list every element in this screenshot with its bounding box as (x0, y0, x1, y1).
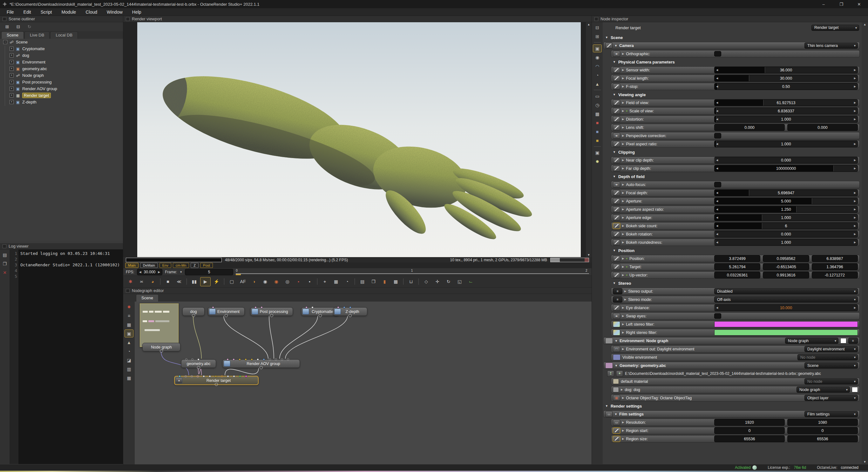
expand-arrow-icon[interactable]: ▶ (622, 192, 624, 194)
outliner-tab-local-db[interactable]: Local DB (50, 31, 78, 39)
tree-item-cryptomatte[interactable]: +▣Cryptomatte (0, 45, 123, 52)
blue-cube-node-icon[interactable]: ■ (593, 128, 602, 136)
param-type-icon[interactable] (613, 419, 620, 425)
aov-tab-z[interactable]: Z (191, 263, 198, 268)
value-field[interactable]: -0.6513405 (763, 264, 809, 270)
ng-snap-icon[interactable]: ▥ (125, 365, 133, 373)
material-ball-icon[interactable]: ◉ (271, 277, 281, 286)
slider-decrease-icon[interactable]: ◀ (716, 75, 718, 81)
expand-arrow-icon[interactable]: ▶ (622, 274, 624, 276)
expand-arrow-icon[interactable]: ▶ (622, 85, 624, 88)
output-port[interactable] (225, 314, 228, 317)
slider-increase-icon[interactable]: ▶ (854, 214, 856, 221)
param-type-icon[interactable] (613, 157, 620, 163)
slider-increase-icon[interactable]: ▶ (854, 83, 856, 90)
section-stereo[interactable]: ▼Stereo (613, 280, 860, 286)
param-type-icon[interactable] (613, 256, 620, 262)
color-swatch[interactable] (852, 387, 858, 392)
aov-tab-post[interactable]: Post (200, 263, 213, 268)
slider-increase-icon[interactable]: ▶ (854, 75, 856, 81)
color-bar[interactable] (714, 321, 858, 327)
output-port[interactable] (192, 314, 195, 317)
node-render-target[interactable]: Render target▲ (174, 376, 259, 385)
node-environment[interactable]: Environment (208, 307, 245, 316)
param-type-icon[interactable] (613, 51, 620, 57)
aov-tab-demain[interactable]: DeMain (140, 263, 158, 268)
menu-cloud[interactable]: Cloud (81, 9, 102, 15)
expand-box-icon[interactable]: + (9, 60, 14, 64)
param-type-icon[interactable] (613, 223, 620, 229)
node-geometry-abc[interactable]: geometry.abc (181, 359, 216, 368)
value-slider[interactable]: ◀▶6 (714, 223, 858, 229)
ng-arrange-grid-icon[interactable]: ▦ (125, 321, 133, 329)
collapse-all-icon[interactable]: ⊟ (13, 22, 24, 31)
value-field[interactable]: 0.03226361 (714, 272, 760, 278)
param-type-icon[interactable] (613, 116, 620, 122)
node-dropdown[interactable]: Node graph (797, 386, 850, 393)
group-node-dropdown[interactable]: Thin lens camera (804, 42, 858, 48)
outliner-tab-live-db[interactable]: Live DB (25, 31, 50, 39)
row-camera[interactable]: ▼CameraThin lens camera (603, 42, 860, 49)
output-port[interactable] (215, 383, 218, 386)
slider-increase-icon[interactable]: ▶ (854, 116, 856, 122)
value-field[interactable]: 1080 (787, 419, 858, 426)
frame-dropdown-icon[interactable]: ▼ (180, 270, 182, 274)
param-type-icon[interactable] (613, 321, 620, 327)
caret-down-icon[interactable]: ▼ (615, 364, 618, 367)
value-slider[interactable]: ◀▶0.50 (714, 83, 858, 90)
pause-render-icon[interactable]: ▮▮ (189, 277, 199, 286)
port-pink[interactable] (337, 306, 339, 308)
material-swatch[interactable] (613, 387, 619, 392)
param-type-icon[interactable] (613, 83, 620, 90)
port-pink[interactable] (226, 358, 229, 361)
slider-decrease-icon[interactable]: ◀ (716, 223, 718, 229)
caret-down-icon[interactable]: ▼ (615, 413, 617, 416)
fps-stepper[interactable]: ◀ 30.000 ▶ (137, 269, 163, 275)
slider-decrease-icon[interactable]: ◀ (716, 165, 718, 171)
render-region-icon[interactable]: ▦ (331, 277, 341, 286)
daylight-node-icon[interactable]: ✹ (593, 158, 602, 165)
value-slider[interactable]: ◀▶1.000 (714, 116, 858, 123)
port-blue[interactable] (349, 306, 351, 308)
color-swatch[interactable] (840, 338, 846, 343)
port-white[interactable] (233, 375, 235, 377)
panel-handle-icon[interactable] (594, 17, 598, 21)
port-magenta[interactable] (245, 375, 247, 377)
expand-arrow-icon[interactable]: ▶ (622, 257, 624, 260)
slider-increase-icon[interactable]: ▶ (854, 231, 856, 237)
expand-box-icon[interactable]: + (9, 47, 14, 51)
param-type-icon[interactable] (613, 190, 620, 196)
param-type-icon[interactable] (613, 428, 620, 434)
tree-item-post-processing[interactable]: +▣Post processing (0, 79, 123, 86)
port-gold[interactable] (215, 375, 217, 377)
port-ring[interactable] (269, 358, 271, 361)
value-slider[interactable]: ◀▶5.696947 (714, 190, 858, 196)
value-field[interactable]: 0.000 (787, 124, 858, 131)
section-clipping[interactable]: ▼Clipping (613, 148, 860, 156)
edit-path-icon[interactable]: ✦ (616, 370, 623, 377)
camera-node-icon[interactable]: ◉ (593, 53, 602, 61)
render-target-node-icon[interactable]: ▣ (593, 44, 602, 53)
copy-image-icon[interactable]: ▤ (357, 277, 368, 286)
expand-arrow-icon[interactable]: ▶ (622, 69, 624, 71)
value-field[interactable]: 0 (787, 427, 858, 434)
tree-item-scene[interactable]: −☍Scene (0, 39, 123, 45)
group-node-dropdown[interactable]: Scene (804, 363, 858, 369)
node-post-processing[interactable]: Post processing (250, 307, 293, 316)
expand-arrow-icon[interactable]: ▶ (624, 290, 626, 293)
rgb-channels-icon[interactable]: ◕ (148, 277, 158, 286)
port-pink[interactable] (212, 306, 214, 308)
ng-texture-icon[interactable]: ◔ (125, 347, 133, 355)
white-balance-icon[interactable]: ◑ (249, 277, 259, 286)
value-slider[interactable]: ◀▶10.000 (714, 304, 858, 311)
section-render-settings[interactable]: ▼Render settings (605, 403, 860, 409)
node-z-depth[interactable]: Z-depth (333, 307, 367, 316)
section-scene[interactable]: ▼Scene (605, 34, 860, 41)
nodegraph-tab-scene[interactable]: Scene (136, 294, 159, 302)
param-type-icon[interactable] (613, 125, 620, 131)
expand-arrow-icon[interactable]: ▶ (622, 208, 624, 211)
param-type-icon[interactable] (613, 108, 620, 114)
menu-file[interactable]: File (2, 9, 19, 15)
slider-increase-icon[interactable]: ▶ (854, 141, 856, 147)
material-swatch[interactable] (613, 379, 619, 384)
